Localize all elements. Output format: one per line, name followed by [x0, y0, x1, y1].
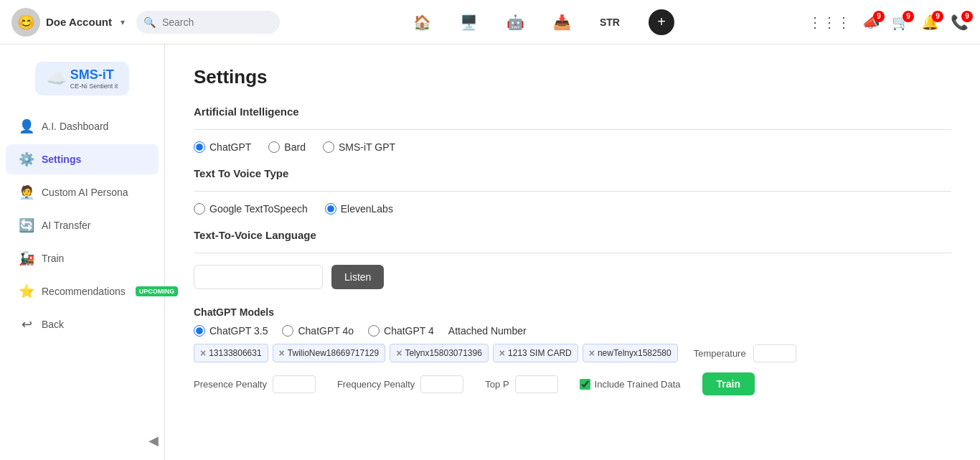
sidebar-item-settings-label: Settings	[42, 154, 81, 165]
ai-dashboard-icon: 👤	[19, 118, 34, 134]
tag-t4-remove[interactable]: ×	[499, 347, 505, 359]
notifications-badge: 9	[873, 11, 885, 22]
home-icon[interactable]: 🏠	[413, 14, 431, 31]
account-section: 😊 Doe Account ▾ 🔍	[11, 8, 280, 37]
search-icon: 🔍	[143, 17, 156, 28]
sidebar-item-ai-transfer[interactable]: 🔄 AI Transfer	[6, 210, 159, 240]
smsit-gpt-radio[interactable]: SMS-iT GPT	[323, 141, 395, 153]
sidebar-item-recommendations[interactable]: ⭐ Recommendations UPCOMING	[6, 276, 159, 306]
tts-divider	[194, 191, 951, 192]
logo-text: SMS-iT	[70, 67, 118, 83]
bard-radio-input[interactable]	[268, 141, 280, 153]
grid-icon[interactable]: ⋮⋮⋮	[808, 14, 851, 31]
tag-t1-label: 13133806631	[209, 348, 261, 358]
tag-t3-label: Telynx15803071396	[405, 348, 481, 358]
cloud-icon: ☁️	[47, 70, 66, 88]
robot-icon[interactable]: 🤖	[507, 14, 524, 31]
sidebar-item-ai-dashboard[interactable]: 👤 A.I. Dashboard	[6, 111, 159, 141]
chatgpt-label: ChatGPT	[209, 141, 251, 153]
monitor-icon[interactable]: 🖥️	[460, 14, 478, 31]
top-p-group: Top P 0.1	[485, 375, 557, 393]
tag-t2: × TwilioNew18669717129	[273, 344, 386, 362]
gpt4-radio[interactable]: ChatGPT 4	[368, 325, 434, 337]
bard-radio[interactable]: Bard	[268, 141, 306, 153]
temperature-input[interactable]: 0	[753, 344, 796, 362]
tag-t4-label: 1213 SIM CARD	[508, 348, 572, 358]
tag-t5-label: newTelnyx1582580	[598, 348, 672, 358]
settings-icon: ⚙️	[19, 151, 34, 167]
elevenlabs-radio[interactable]: ElevenLabs	[325, 203, 393, 215]
inbox-icon[interactable]: 📥	[553, 14, 571, 31]
main-content: Settings Artificial Intelligence ChatGPT…	[165, 44, 980, 460]
search-input[interactable]	[136, 11, 280, 34]
custom-ai-persona-icon: 🧑‍💼	[19, 184, 34, 200]
sidebar-item-back[interactable]: ↩ Back	[6, 309, 159, 339]
sidebar-item-custom-ai-persona-label: Custom AI Persona	[42, 187, 128, 198]
attached-number-label: Attached Number	[448, 325, 527, 337]
voice-input[interactable]: Rachel	[194, 265, 323, 289]
add-button[interactable]: +	[649, 9, 674, 35]
include-trained-checkbox[interactable]	[580, 379, 590, 390]
ai-transfer-icon: 🔄	[19, 217, 34, 233]
temperature-label: Temperature	[694, 348, 746, 359]
chatgpt-radio[interactable]: ChatGPT	[194, 141, 251, 153]
gpt4o-radio[interactable]: ChatGPT 4o	[282, 325, 354, 337]
phone-button[interactable]: 📞 9	[951, 14, 969, 31]
gpt35-radio-input[interactable]	[194, 325, 205, 337]
frequency-penalty-label: Frequency Penalty	[337, 379, 415, 390]
elevenlabs-radio-input[interactable]	[325, 203, 336, 215]
tag-t5: × newTelnyx1582580	[583, 344, 678, 362]
train-icon: 🚂	[19, 250, 34, 266]
nav-right: ⋮⋮⋮ 📣 9 🛒 9 🔔 9 📞 9	[808, 14, 969, 31]
top-p-label: Top P	[485, 379, 509, 390]
top-p-input[interactable]: 0.1	[515, 375, 558, 393]
tag-t3-remove[interactable]: ×	[396, 347, 402, 359]
cart-button[interactable]: 🛒 9	[892, 14, 910, 31]
tag-t5-remove[interactable]: ×	[589, 347, 595, 359]
tts-section: Text To Voice Type Google TextToSpeech E…	[194, 167, 951, 215]
google-tts-radio[interactable]: Google TextToSpeech	[194, 203, 308, 215]
str-label[interactable]: STR	[600, 17, 620, 28]
sidebar-item-train[interactable]: 🚂 Train	[6, 243, 159, 273]
search-wrap: 🔍	[136, 11, 280, 34]
tag-t1: × 13133806631	[194, 344, 268, 362]
sidebar-item-settings[interactable]: ⚙️ Settings	[6, 144, 159, 174]
bard-label: Bard	[284, 141, 306, 153]
tag-t3: × Telynx15803071396	[390, 344, 489, 362]
sidebar-collapse-button[interactable]: ◀	[149, 433, 159, 449]
notifications-button[interactable]: 📣 9	[862, 14, 880, 31]
chatgpt-radio-input[interactable]	[194, 141, 205, 153]
sidebar-item-ai-transfer-label: AI Transfer	[42, 220, 90, 231]
gpt4o-radio-input[interactable]	[282, 325, 293, 337]
listen-button[interactable]: Listen	[331, 265, 384, 289]
train-button[interactable]: Train	[702, 372, 755, 395]
sidebar-item-custom-ai-persona[interactable]: 🧑‍💼 Custom AI Persona	[6, 177, 159, 207]
elevenlabs-label: ElevenLabs	[341, 203, 393, 215]
sidebar-item-ai-dashboard-label: A.I. Dashboard	[42, 121, 108, 132]
presence-penalty-label: Presence Penalty	[194, 379, 267, 390]
tag-t1-remove[interactable]: ×	[200, 347, 206, 359]
tag-t2-label: TwilioNew18669717129	[288, 348, 379, 358]
presence-penalty-input[interactable]: 0.01	[273, 375, 316, 393]
alerts-button[interactable]: 🔔 9	[921, 14, 939, 31]
chatgpt-models-section: ChatGPT Models ChatGPT 3.5 ChatGPT 4o Ch…	[194, 306, 951, 395]
tags-row: × 13133806631 × TwilioNew18669717129 × T…	[194, 344, 951, 362]
chevron-down-icon[interactable]: ▾	[121, 17, 125, 27]
gpt4-radio-input[interactable]	[368, 325, 380, 337]
tts-radio-group: Google TextToSpeech ElevenLabs	[194, 203, 951, 215]
nav-center: 🏠 🖥️ 🤖 📥 STR +	[280, 9, 808, 35]
ai-radio-group: ChatGPT Bard SMS-iT GPT	[194, 141, 951, 153]
tts-section-label: Text To Voice Type	[194, 167, 951, 179]
smsit-gpt-radio-input[interactable]	[323, 141, 334, 153]
gpt35-label: ChatGPT 3.5	[209, 325, 268, 337]
alerts-badge: 9	[932, 11, 943, 22]
tag-t2-remove[interactable]: ×	[279, 347, 285, 359]
bottom-row: Presence Penalty 0.01 Frequency Penalty …	[194, 372, 951, 395]
google-tts-radio-input[interactable]	[194, 203, 205, 215]
chatgpt-models-row: ChatGPT 3.5 ChatGPT 4o ChatGPT 4 Attache…	[194, 325, 951, 337]
cart-badge: 9	[903, 11, 914, 22]
sidebar-item-train-label: Train	[42, 253, 64, 264]
gpt35-radio[interactable]: ChatGPT 3.5	[194, 325, 268, 337]
frequency-penalty-input[interactable]: 2	[420, 375, 463, 393]
frequency-penalty-group: Frequency Penalty 2	[337, 375, 463, 393]
